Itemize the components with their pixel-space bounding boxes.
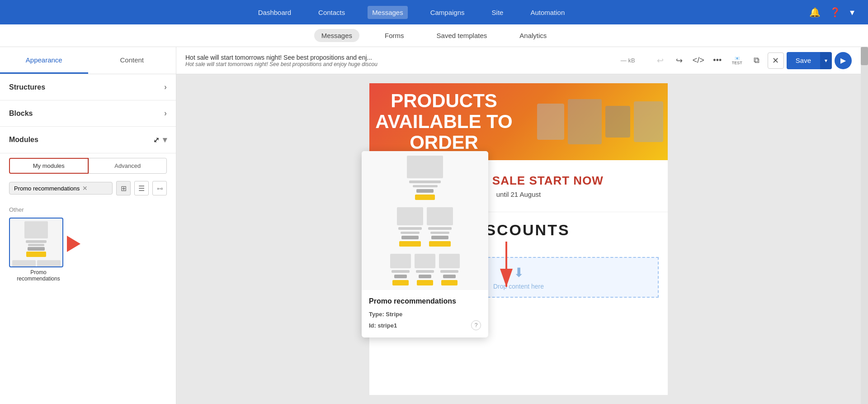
scrollbar-thumb xyxy=(861,47,868,65)
banner-text: PRODUCTSAVAILABLE TO ORDER xyxy=(369,90,519,153)
subject-sub-text: Hot sale will start tomorrows night! See… xyxy=(185,61,457,67)
structures-header[interactable]: Structures › xyxy=(0,74,176,100)
main-layout: Appearance Content Structures › Blocks ›… xyxy=(0,47,868,404)
modules-header[interactable]: Modules ⤢ ▾ xyxy=(0,127,176,153)
top-nav-right: 🔔 ❓ ▾ xyxy=(809,7,854,18)
popup-preview xyxy=(362,151,488,290)
advanced-btn[interactable]: Advanced xyxy=(89,158,167,174)
modules-toggle-group: My modules Advanced xyxy=(9,158,167,174)
chevron-down-icon[interactable]: ▾ xyxy=(850,7,854,18)
structures-section: Structures › xyxy=(0,74,176,100)
more-btn[interactable]: ••• xyxy=(709,52,726,69)
tab-content[interactable]: Content xyxy=(88,47,176,74)
nav-contacts[interactable]: Contacts xyxy=(314,6,349,19)
save-btn-group: Save ▾ xyxy=(787,52,832,69)
popup-type-value: Stripe xyxy=(386,311,402,318)
search-tag[interactable]: Promo recommendations ✕ xyxy=(9,182,113,195)
sidebar-tabs: Appearance Content xyxy=(0,47,176,74)
toolbar-actions: ↩ ↪ </> ••• 📧 TEST ⧉ ✕ Save ▾ ▶ xyxy=(652,52,852,69)
modules-arrow-icon: ▾ xyxy=(163,135,167,145)
modules-section: Modules ⤢ ▾ xyxy=(0,127,176,153)
search-clear-icon[interactable]: ✕ xyxy=(82,185,88,192)
blocks-label: Blocks xyxy=(9,109,33,118)
nav-site[interactable]: Site xyxy=(487,6,508,19)
nav-campaigns[interactable]: Campaigns xyxy=(426,6,469,19)
popup-type-label: Type: xyxy=(369,311,386,318)
close-btn[interactable]: ✕ xyxy=(768,52,784,69)
nav-dashboard[interactable]: Dashboard xyxy=(254,6,296,19)
top-nav-links: Dashboard Contacts Messages Campaigns Si… xyxy=(14,6,809,19)
popup-title: Promo recommendations xyxy=(369,297,481,305)
search-tag-text: Promo recommendations xyxy=(14,185,80,192)
nav-automation[interactable]: Automation xyxy=(526,6,569,19)
modules-label: Modules xyxy=(9,136,38,144)
blocks-header[interactable]: Blocks › xyxy=(0,100,176,126)
blocks-section: Blocks › xyxy=(0,100,176,127)
sidebar: Appearance Content Structures › Blocks ›… xyxy=(0,47,176,404)
module-name: Promo recommendations xyxy=(9,269,68,282)
email-subject: Hot sale will start tomorrows night! See… xyxy=(185,54,616,67)
code-btn[interactable]: </> xyxy=(690,52,707,69)
subnav-forms[interactable]: Forms xyxy=(377,29,411,42)
structures-arrow-icon: › xyxy=(164,82,167,92)
popup-id-value: stripe1 xyxy=(378,322,397,329)
subject-main-text: Hot sale will start tomorrows night! See… xyxy=(185,54,457,61)
popup-id-label: Id: xyxy=(369,322,378,329)
popup-body: Promo recommendations Type: Stripe Id: s… xyxy=(362,290,488,337)
search-row: Promo recommendations ✕ ⊞ ☰ ⧟ xyxy=(9,181,167,195)
popup-help-icon[interactable]: ? xyxy=(471,320,481,330)
drag-arrow-down xyxy=(488,242,524,297)
top-nav: Dashboard Contacts Messages Campaigns Si… xyxy=(0,0,868,24)
subnav-saved-templates[interactable]: Saved templates xyxy=(429,29,495,42)
subnav-analytics[interactable]: Analytics xyxy=(512,29,554,42)
blocks-arrow-icon: › xyxy=(164,109,167,118)
help-icon[interactable]: ❓ xyxy=(830,7,841,18)
filter-btn[interactable]: ⧟ xyxy=(152,181,167,195)
module-thumbnail: ••• xyxy=(9,218,63,267)
my-modules-btn[interactable]: My modules xyxy=(9,158,89,174)
list-view-btn[interactable]: ☰ xyxy=(134,181,149,195)
grid-view-btn[interactable]: ⊞ xyxy=(116,181,131,195)
editor-toolbar: Hot sale will start tomorrows night! See… xyxy=(176,47,861,74)
banner-products xyxy=(504,83,668,160)
modules-content: My modules Advanced Promo recommendation… xyxy=(0,153,176,206)
email-banner: PRODUCTSAVAILABLE TO ORDER xyxy=(369,83,668,160)
test-icon: 📧 xyxy=(735,56,740,61)
undo-btn[interactable]: ↩ xyxy=(652,52,669,69)
structures-label: Structures xyxy=(9,83,45,91)
expand-icon[interactable]: ⤢ xyxy=(153,136,159,144)
right-scrollbar[interactable] xyxy=(861,47,868,404)
drag-arrow-right xyxy=(67,236,80,252)
test-label: TEST xyxy=(732,61,742,65)
tab-appearance[interactable]: Appearance xyxy=(0,47,88,74)
email-size: — kB xyxy=(621,57,648,64)
copy-btn[interactable]: ⧉ xyxy=(749,52,765,69)
play-btn[interactable]: ▶ xyxy=(835,52,852,69)
other-label: Other xyxy=(0,206,176,213)
sub-nav: Messages Forms Saved templates Analytics xyxy=(0,24,868,47)
redo-btn[interactable]: ↪ xyxy=(671,52,688,69)
save-button[interactable]: Save xyxy=(787,52,820,69)
save-dropdown-btn[interactable]: ▾ xyxy=(820,52,832,69)
popup-id: Id: stripe1 ? xyxy=(369,320,481,330)
popup-card: Promo recommendations Type: Stripe Id: s… xyxy=(362,151,488,337)
nav-messages[interactable]: Messages xyxy=(368,6,407,19)
editor-area: Hot sale will start tomorrows night! See… xyxy=(176,47,861,404)
editor-canvas[interactable]: PRODUCTSAVAILABLE TO ORDER SUMMER SALE S… xyxy=(176,74,861,404)
modules-grid: ••• Promo recommendations xyxy=(0,218,176,291)
test-btn[interactable]: 📧 TEST xyxy=(728,54,746,67)
bell-icon[interactable]: 🔔 xyxy=(809,7,821,18)
popup-type: Type: Stripe xyxy=(369,311,481,318)
subnav-messages[interactable]: Messages xyxy=(314,29,359,42)
module-card-promo[interactable]: ••• Promo recommendations xyxy=(9,218,68,282)
